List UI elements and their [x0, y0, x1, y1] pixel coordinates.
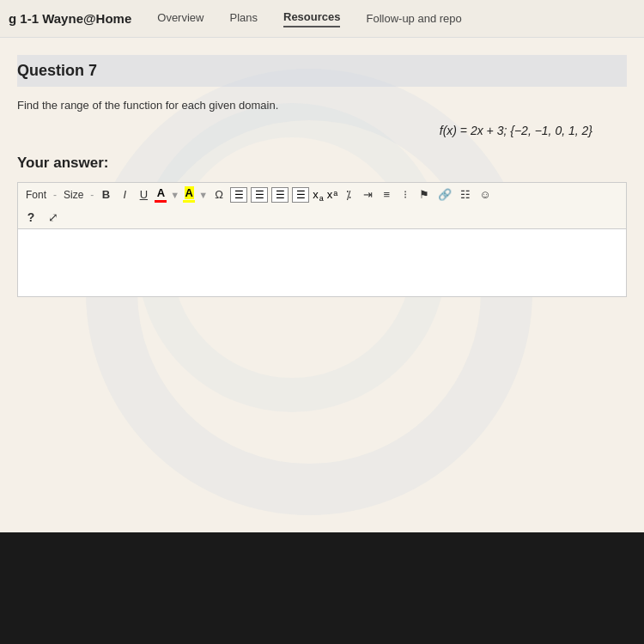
font-selector[interactable]: Font [23, 187, 49, 203]
section-header: Question 7 [17, 55, 627, 87]
nav-link-overview[interactable]: Overview [157, 11, 204, 27]
special-chars-button[interactable]: Ω [211, 187, 227, 202]
content-area: Question 7 Find the range of the functio… [0, 38, 644, 297]
question-label: Question 7 [17, 62, 627, 80]
help-button[interactable]: ? [23, 210, 39, 225]
indent-button[interactable]: ⇥ [360, 187, 375, 202]
main-screen: g 1-1 Wayne@Home Overview Plans Resource… [0, 0, 644, 532]
bold-button[interactable]: B [98, 187, 113, 202]
nav-link-resources[interactable]: Resources [283, 10, 340, 27]
link-button[interactable]: 🔗 [435, 187, 454, 202]
bullet-list-button[interactable]: ⁝ [398, 187, 413, 202]
toolbar-row2: ? ⤢ [17, 206, 627, 228]
superscript-button[interactable]: xa [327, 188, 338, 201]
math-formula: f(x) = 2x + 3; {−2, −1, 0, 1, 2} [17, 124, 627, 137]
emoji-button[interactable]: ☺ [477, 187, 493, 202]
laptop-bezel [0, 532, 644, 644]
question-instruction: Find the range of the function for each … [17, 99, 627, 112]
nav-title: g 1-1 Wayne@Home [9, 11, 131, 26]
answer-textarea[interactable] [17, 228, 627, 297]
align-center-button[interactable]: ☰ [251, 187, 268, 203]
nav-links: Overview Plans Resources Follow-up and r… [157, 10, 635, 27]
toolbar-row1: Font - Size - B I U A ▼ A ▼ Ω ☰ ☰ [17, 182, 627, 206]
expand-button[interactable]: ⤢ [46, 210, 61, 225]
font-color-arrow[interactable]: ▼ [170, 190, 179, 200]
list-button[interactable]: ≡ [379, 187, 394, 202]
align-right-button[interactable]: ☰ [271, 187, 289, 203]
underline-button[interactable]: U [136, 187, 151, 202]
formula-text: f(x) = 2x + 3; {−2, −1, 0, 1, 2} [440, 124, 592, 137]
nav-link-plans[interactable]: Plans [229, 11, 258, 27]
subscript-button[interactable]: xa [313, 188, 324, 201]
strikethrough-button[interactable]: ⁒ [341, 187, 356, 202]
nav-link-followup[interactable]: Follow-up and repo [366, 12, 461, 25]
highlight-arrow[interactable]: ▼ [198, 190, 208, 200]
flag-button[interactable]: ⚑ [416, 187, 432, 202]
font-color-button[interactable]: A [155, 186, 167, 203]
sep2: - [90, 189, 94, 201]
size-selector[interactable]: Size [61, 187, 86, 203]
table-button[interactable]: ☷ [458, 187, 473, 202]
highlight-button[interactable]: A [183, 186, 195, 203]
sep1: - [53, 189, 57, 201]
your-answer-label: Your answer: [17, 155, 627, 172]
italic-button[interactable]: I [117, 187, 132, 202]
nav-bar: g 1-1 Wayne@Home Overview Plans Resource… [0, 0, 644, 38]
align-left-button[interactable]: ☰ [230, 187, 247, 203]
align-justify-button[interactable]: ☰ [292, 187, 309, 203]
